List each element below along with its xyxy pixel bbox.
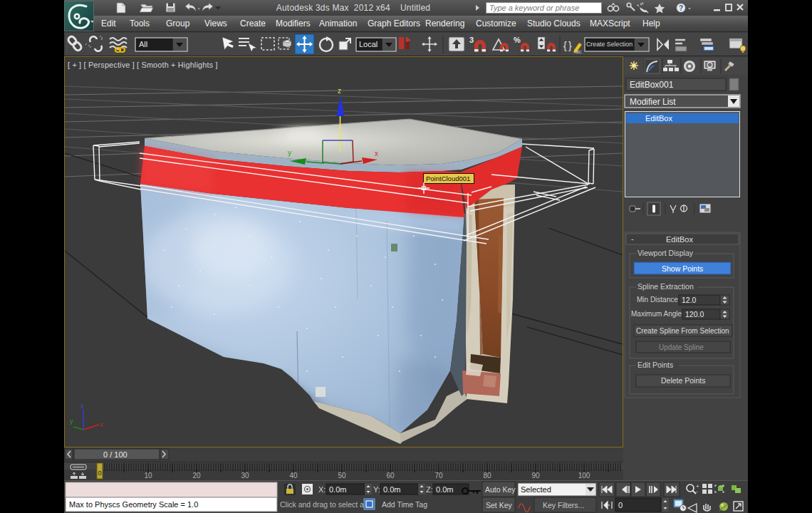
- svg-text:[ + ] [ Perspective ] [ Smooth: [ + ] [ Perspective ] [ Smooth + Highlig…: [68, 61, 218, 69]
- svg-text:0.0m: 0.0m: [436, 485, 453, 494]
- svg-text:0.0m: 0.0m: [383, 485, 400, 494]
- svg-text:90: 90: [531, 472, 540, 480]
- svg-text:Edit Points: Edit Points: [637, 361, 673, 369]
- svg-text:Z:: Z:: [426, 485, 433, 494]
- svg-text:0.0m: 0.0m: [329, 485, 346, 494]
- svg-text:10: 10: [144, 472, 152, 480]
- svg-text:y: y: [288, 149, 291, 157]
- svg-text:20: 20: [192, 472, 201, 480]
- svg-text:Modifier List: Modifier List: [630, 97, 676, 107]
- svg-text:50: 50: [338, 472, 346, 480]
- svg-text:{: {: [563, 40, 567, 51]
- svg-text:Set Key: Set Key: [486, 501, 513, 509]
- svg-text:3: 3: [469, 36, 474, 44]
- svg-text:Add Time Tag: Add Time Tag: [382, 500, 427, 509]
- svg-text:70: 70: [434, 472, 443, 480]
- svg-text:Spline Extraction: Spline Extraction: [637, 282, 694, 291]
- svg-text:%: %: [514, 36, 521, 44]
- svg-text:X:: X:: [318, 485, 326, 494]
- svg-text:Local: Local: [359, 40, 378, 48]
- svg-text:30: 30: [241, 472, 249, 480]
- svg-text:Update Spline: Update Spline: [659, 343, 704, 351]
- svg-text:Delete Points: Delete Points: [661, 376, 705, 385]
- svg-text:Create Spline From Selection: Create Spline From Selection: [636, 327, 729, 335]
- svg-text:-: -: [696, 488, 698, 494]
- svg-text:Key Filters...: Key Filters...: [543, 501, 584, 509]
- svg-text:-: -: [631, 234, 634, 243]
- svg-text:0: 0: [618, 501, 623, 509]
- svg-text:Maximum Angle: Maximum Angle: [631, 310, 682, 318]
- svg-text:60: 60: [386, 472, 395, 480]
- svg-text:?: ?: [679, 4, 683, 12]
- svg-text:All: All: [139, 40, 147, 48]
- svg-text:ABC: ABC: [574, 50, 582, 54]
- svg-text:Create Selection Se: Create Selection Se: [586, 41, 642, 48]
- svg-text:z: z: [80, 403, 84, 410]
- svg-text:EditBox: EditBox: [666, 235, 693, 244]
- svg-text:x: x: [375, 150, 378, 157]
- svg-text:0 / 100: 0 / 100: [103, 450, 127, 459]
- svg-text:80: 80: [483, 472, 491, 480]
- svg-text:Min Distance: Min Distance: [637, 296, 678, 304]
- svg-text:Click and drag to select a: Click and drag to select a: [280, 500, 364, 509]
- svg-text:120.0: 120.0: [685, 310, 704, 318]
- svg-text:Auto Key: Auto Key: [485, 485, 516, 494]
- svg-text:Show Points: Show Points: [662, 264, 703, 273]
- svg-text:Y:: Y:: [373, 485, 380, 494]
- svg-text:Selected: Selected: [521, 485, 551, 494]
- svg-text:Viewport Display: Viewport Display: [637, 249, 694, 257]
- svg-text:y: y: [70, 418, 73, 425]
- svg-text:EditBox001: EditBox001: [630, 80, 674, 90]
- svg-text:40: 40: [289, 472, 298, 480]
- svg-text:PointCloud001: PointCloud001: [426, 175, 470, 182]
- svg-text:}: }: [568, 40, 572, 51]
- svg-text:EditBox: EditBox: [645, 114, 672, 123]
- svg-text:Max to Physcs Geometry Scale =: Max to Physcs Geometry Scale = 1.0: [69, 500, 198, 509]
- svg-text:100: 100: [578, 472, 590, 480]
- svg-text:z: z: [338, 87, 341, 95]
- svg-text:0: 0: [98, 470, 101, 477]
- svg-text:x: x: [100, 421, 103, 428]
- svg-text:12.0: 12.0: [682, 296, 697, 304]
